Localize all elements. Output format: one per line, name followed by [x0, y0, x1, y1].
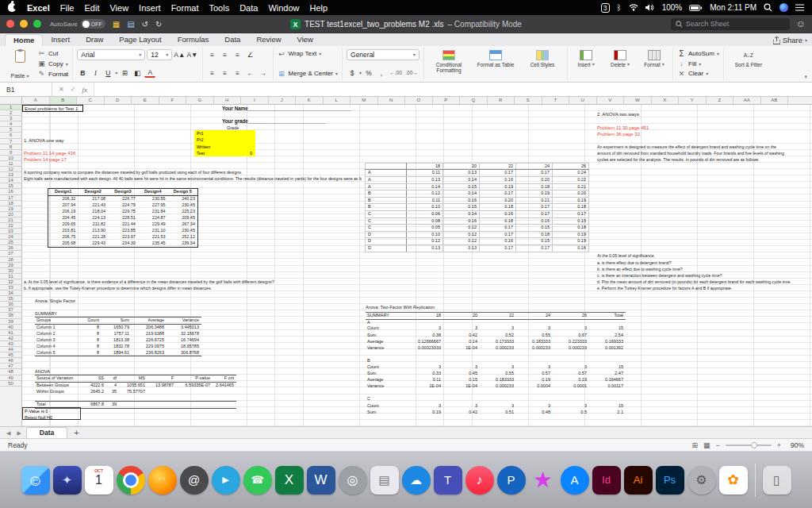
table-cell[interactable]: 2.47 [589, 371, 626, 377]
conclusion-box[interactable]: P-Value is 0Reject Null H0 [22, 407, 81, 420]
table-cell[interactable]: 207.94 [48, 202, 79, 208]
column-header-Y[interactable]: Y [679, 97, 707, 104]
table-cell[interactable] [213, 394, 236, 401]
table-cell[interactable]: 267.34 [168, 221, 198, 228]
row-header-5[interactable]: 5 [0, 127, 21, 133]
align-right-button[interactable]: ≡ [232, 67, 243, 78]
table-cell[interactable] [443, 396, 480, 402]
row-header-39[interactable]: 39 [0, 319, 21, 325]
table-cell[interactable] [407, 319, 443, 325]
table-cell[interactable] [407, 396, 443, 402]
bold-button[interactable]: B [77, 67, 88, 78]
table-cell[interactable]: 2645.2 [84, 388, 106, 394]
row-header-16[interactable]: 16 [0, 189, 21, 194]
table-cell[interactable]: 0.13 [443, 245, 480, 252]
clear-button[interactable]: ✕Clear▾ [677, 68, 719, 79]
table-cell[interactable]: 1813.38 [102, 337, 132, 344]
table-cell[interactable]: 3 [407, 402, 443, 409]
table-cell[interactable]: 0.20 [553, 190, 589, 198]
table-cell[interactable] [480, 352, 516, 358]
table-cell[interactable]: 221.28 [78, 234, 108, 241]
table-cell[interactable]: 3 [516, 325, 553, 332]
underline-button[interactable]: U [102, 67, 113, 78]
table-cell[interactable]: A [366, 183, 407, 190]
print-icon[interactable]: ▤ [127, 20, 134, 29]
table-cell[interactable]: 0.17 [516, 204, 553, 211]
row-header-41[interactable]: 41 [0, 330, 21, 336]
table-cell[interactable]: 0.17 [480, 190, 516, 198]
table-cell[interactable]: 3 [553, 402, 589, 409]
table-cell[interactable]: 223.97 [108, 234, 138, 241]
table-cell[interactable]: 18.65785 [167, 344, 201, 350]
table-cell[interactable] [106, 394, 119, 401]
table-cell[interactable]: 0.38 [407, 332, 443, 338]
percent-format-button[interactable]: % [363, 67, 374, 78]
wifi-icon[interactable] [629, 4, 638, 11]
table-cell[interactable]: 0.12 [443, 225, 480, 232]
table-cell[interactable]: Sum [366, 332, 407, 338]
conditional-formatting-button[interactable]: Conditional Formatting [428, 48, 469, 79]
table-cell[interactable]: 205.68 [48, 241, 79, 247]
table-cell[interactable]: 1757.11 [102, 330, 132, 337]
table-cell[interactable] [480, 358, 516, 364]
table-cell[interactable]: 0.16 [553, 245, 589, 252]
table-cell[interactable]: 213.90 [78, 228, 108, 234]
table-cell[interactable]: 0.57 [553, 371, 589, 377]
row-header-11[interactable]: 11 [0, 161, 21, 167]
row-header-30[interactable]: 30 [0, 268, 21, 274]
table-cell[interactable] [516, 319, 553, 325]
photos-dock-icon[interactable]: ✿ [719, 466, 748, 495]
table-cell[interactable]: 0.18 [516, 183, 553, 190]
grade-block[interactable]: Pr1Pr2WrittenTest 0 [194, 130, 255, 156]
table-header-cell[interactable]: 26 [553, 313, 589, 320]
table-header-cell[interactable]: 24 [516, 163, 553, 170]
column-header-R[interactable]: R [488, 97, 515, 104]
table-cell[interactable]: Average [366, 338, 407, 344]
row-header-22[interactable]: 22 [0, 223, 21, 229]
column-header-W[interactable]: W [624, 97, 652, 104]
table-cell[interactable]: 226.6725 [132, 337, 167, 344]
music-dock-icon[interactable]: ♪ [465, 466, 494, 495]
table-cell[interactable]: 228.51 [108, 215, 138, 221]
column-header-F[interactable]: F [159, 97, 187, 104]
table-cell[interactable]: C [366, 217, 407, 225]
table-cell[interactable]: Column 1 [35, 324, 81, 330]
table-cell[interactable]: 0.20 [516, 177, 553, 184]
table-cell[interactable]: 1650.79 [102, 324, 132, 330]
table-cell[interactable]: 230.45 [168, 202, 198, 208]
table-cell[interactable]: 206.19 [48, 209, 79, 215]
row-header-9[interactable]: 9 [0, 150, 21, 156]
table-cell[interactable]: 0.14 [443, 211, 480, 218]
row-header-10[interactable]: 10 [0, 156, 21, 161]
sort-filter-button[interactable]: A↓Z Sort & Filter [728, 48, 769, 79]
row-header-21[interactable]: 21 [0, 217, 21, 223]
wrap-text-button[interactable]: ↩Wrap Text▾ [278, 48, 338, 59]
table-cell[interactable]: 15 [589, 325, 626, 332]
table-cell[interactable]: 0.20 [480, 197, 516, 204]
table-cell[interactable] [553, 352, 589, 358]
row-header-19[interactable]: 19 [0, 206, 21, 212]
table-header-cell[interactable]: Variance [167, 318, 201, 325]
table-cell[interactable]: Column 4 [35, 344, 81, 350]
table-cell[interactable]: B [366, 204, 407, 211]
table-cell[interactable]: 1894.61 [102, 350, 132, 356]
column-header-Q[interactable]: Q [460, 97, 488, 104]
cell-styles-button[interactable]: Cell Styles [522, 48, 563, 79]
table-cell[interactable]: 0.18 [480, 204, 516, 211]
ribbon-tab-page-layout[interactable]: Page Layout [111, 34, 169, 46]
messenger-dock-icon[interactable]: ▶ [212, 466, 240, 495]
comma-format-button[interactable]: , [376, 67, 387, 78]
facetime-dock-icon[interactable]: ☎ [243, 466, 272, 495]
menu-insert[interactable]: Insert [139, 3, 161, 13]
table-cell[interactable]: D [366, 245, 407, 252]
table-cell[interactable]: 15 [589, 364, 626, 371]
table-header-cell[interactable]: 18 [407, 163, 443, 170]
table-cell[interactable]: 3 [516, 402, 553, 409]
column-header-I[interactable]: I [241, 97, 269, 104]
table-cell[interactable]: 239.34 [168, 241, 198, 247]
table-cell[interactable]: 3 [480, 402, 516, 409]
table-cell[interactable]: Variance [366, 344, 407, 351]
table-cell[interactable]: 3 [480, 364, 516, 371]
ribbon-tab-home[interactable]: Home [5, 34, 43, 46]
table-cell[interactable]: 0.13 [407, 177, 443, 184]
